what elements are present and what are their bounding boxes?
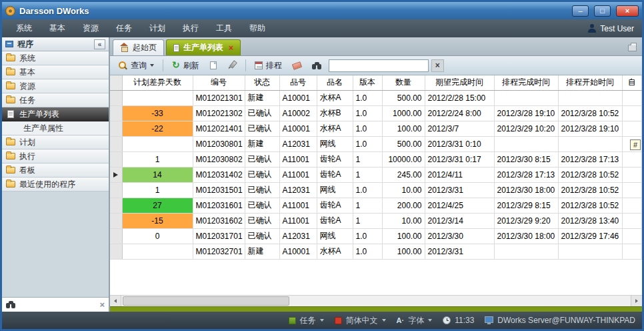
cell-schedule-start: [558, 244, 622, 259]
sidebar-item-icon: [6, 97, 15, 103]
sidebar-tree: 系统 基本 资源 任务: [2, 51, 109, 192]
printer-icon[interactable]: [628, 45, 637, 51]
menu-item[interactable]: 基本: [41, 19, 74, 37]
menu-item[interactable]: 资源: [74, 19, 107, 37]
font-label: 字体: [408, 315, 424, 326]
sidebar-item-icon: [6, 139, 15, 145]
menu-item[interactable]: 帮助: [241, 19, 274, 37]
clear-search-button[interactable]: ×: [431, 59, 444, 72]
close-button[interactable]: ×: [616, 5, 639, 17]
horizontal-scrollbar[interactable]: [110, 295, 642, 306]
tab-home[interactable]: 起始页: [113, 39, 164, 55]
cell-plan-diff-days: [122, 244, 193, 259]
sidebar-item[interactable]: 基本: [2, 65, 109, 79]
column-header[interactable]: 自: [622, 75, 642, 90]
production-order-grid: 计划差异天数编号状态品号品名版本数量期望完成时间排程完成时间排程开始时间自 M0…: [110, 75, 642, 295]
table-row[interactable]: 14 M012031402 已确认 A11001 齿轮A 1 245.00 20…: [110, 167, 642, 182]
sidebar-item[interactable]: 执行: [2, 149, 109, 163]
cell-plan-diff-days: 27: [122, 198, 193, 213]
status-language-menu[interactable]: 简体中文: [335, 315, 386, 326]
table-row[interactable]: 27 M012031601 已确认 A11001 齿轮A 1 200.00 20…: [110, 198, 642, 213]
column-header[interactable]: 排程开始时间: [558, 75, 622, 90]
column-header[interactable]: 状态: [245, 75, 279, 90]
sidebar-item[interactable]: 看板: [2, 163, 109, 178]
table-row[interactable]: 1 M012030802 已确认 A11001 齿轮A 1 10000.00 2…: [110, 151, 642, 167]
cell-schedule-finish: [494, 90, 558, 105]
cell-part-no: A10002: [279, 105, 317, 121]
maximize-button[interactable]: □: [594, 5, 611, 17]
column-header[interactable]: 品名: [317, 75, 353, 90]
table-row[interactable]: -33 M012021302 已确认 A10002 水杯B 1.0 1000.0…: [110, 105, 642, 121]
tab-close-icon[interactable]: ×: [229, 43, 233, 53]
cell-quantity: 100.00: [382, 121, 425, 136]
table-row[interactable]: M012030801 新建 A12031 网线 1.0 500.00 2012/…: [110, 136, 642, 151]
table-row[interactable]: 0 M012031701 已确认 A12031 网线 1.0 100.00 20…: [110, 228, 642, 244]
scroll-left-icon[interactable]: [110, 296, 121, 306]
column-header[interactable]: 编号: [193, 75, 245, 90]
scrollbar-thumb[interactable]: [123, 296, 289, 306]
cell-schedule-finish: 2012/3/29 10:20: [494, 121, 558, 136]
task-dropdown-caret-icon: [320, 319, 324, 322]
clear-filter-icon[interactable]: ×: [99, 300, 105, 310]
row-marker-cell: [110, 90, 122, 105]
column-header[interactable]: 数量: [382, 75, 425, 90]
table-row[interactable]: -15 M012031602 已确认 A11001 齿轮A 1 10.00 20…: [110, 213, 642, 228]
column-header[interactable]: 版本: [353, 75, 382, 90]
sidebar-item-icon: [6, 83, 15, 89]
menu-item[interactable]: 计划: [141, 19, 174, 37]
find-button[interactable]: [308, 60, 326, 71]
row-marker-cell: [110, 182, 122, 198]
binoculars-icon[interactable]: [6, 301, 16, 308]
sidebar-item[interactable]: 计划: [2, 135, 109, 149]
column-header[interactable]: [110, 75, 122, 90]
sidebar-item[interactable]: 生产单属性: [2, 121, 109, 135]
column-header[interactable]: 期望完成时间: [425, 75, 494, 90]
edit-button[interactable]: [223, 59, 241, 72]
hash-badge[interactable]: #: [630, 139, 641, 150]
query-button[interactable]: 查询: [114, 58, 158, 73]
cell-schedule-start: 2012/3/28 10:52: [558, 105, 622, 121]
menu-item[interactable]: 执行: [174, 19, 207, 37]
minimize-button[interactable]: –: [572, 5, 589, 17]
column-header[interactable]: 计划差异天数: [122, 75, 193, 90]
refresh-button[interactable]: 刷新: [168, 58, 203, 73]
schedule-button[interactable]: 排程: [251, 58, 286, 73]
sidebar-item[interactable]: 生产单列表: [2, 107, 109, 121]
status-task-menu[interactable]: 任务: [289, 315, 324, 326]
refresh-icon: [172, 61, 180, 70]
menu-item[interactable]: 工具: [207, 19, 241, 37]
menu-item[interactable]: 任务: [107, 19, 141, 37]
cell-quantity: 10.00: [382, 182, 425, 198]
user-menu[interactable]: Test User: [588, 24, 637, 33]
sidebar-item[interactable]: 最近使用的程序: [2, 178, 109, 192]
sidebar-item[interactable]: 资源: [2, 79, 109, 93]
sidebar-filter-bar[interactable]: ×: [2, 297, 109, 312]
table-row[interactable]: 1 M012031501 已确认 A12031 网线 1.0 10.00 201…: [110, 182, 642, 198]
scroll-right-icon[interactable]: [631, 296, 642, 306]
table-row[interactable]: -22 M012021401 已确认 A10001 水杯A 1.0 100.00…: [110, 121, 642, 136]
column-header[interactable]: 品号: [279, 75, 317, 90]
grid-header-row: 计划差异天数编号状态品号品名版本数量期望完成时间排程完成时间排程开始时间自: [110, 75, 642, 90]
new-button[interactable]: [206, 59, 221, 71]
home-icon: [120, 44, 129, 51]
tab-production-order-list[interactable]: 生产单列表 ×: [166, 39, 241, 55]
cell-schedule-finish: 2012/3/30 18:00: [494, 228, 558, 244]
sidebar-item[interactable]: 系统: [2, 51, 109, 65]
cell-schedule-start: 2012/3/28 17:13: [558, 151, 622, 167]
sidebar-item-label: 资源: [19, 81, 35, 92]
sidebar-item-label: 计划: [19, 137, 35, 148]
status-font-menu[interactable]: 字体: [397, 315, 433, 326]
sidebar-item[interactable]: 任务: [2, 93, 109, 107]
menu-item[interactable]: 系统: [7, 19, 41, 37]
cell-part-name: 齿轮A: [317, 151, 353, 167]
cell-part-name: 齿轮A: [317, 167, 353, 182]
cell-expected-finish: 2012/4/25: [425, 198, 494, 213]
cell-order-code: M012031701: [193, 228, 245, 244]
cell-part-no: A11001: [279, 213, 317, 228]
sidebar-collapse-button[interactable]: «: [94, 39, 105, 49]
eraser-button[interactable]: [289, 61, 305, 71]
search-input[interactable]: [329, 59, 429, 72]
column-header[interactable]: 排程完成时间: [494, 75, 558, 90]
table-row[interactable]: M012032701 新建 A10001 水杯A 1.0 100.00 2012…: [110, 244, 642, 259]
table-row[interactable]: M012021301 新建 A10001 水杯A 1.0 500.00 2012…: [110, 90, 642, 105]
